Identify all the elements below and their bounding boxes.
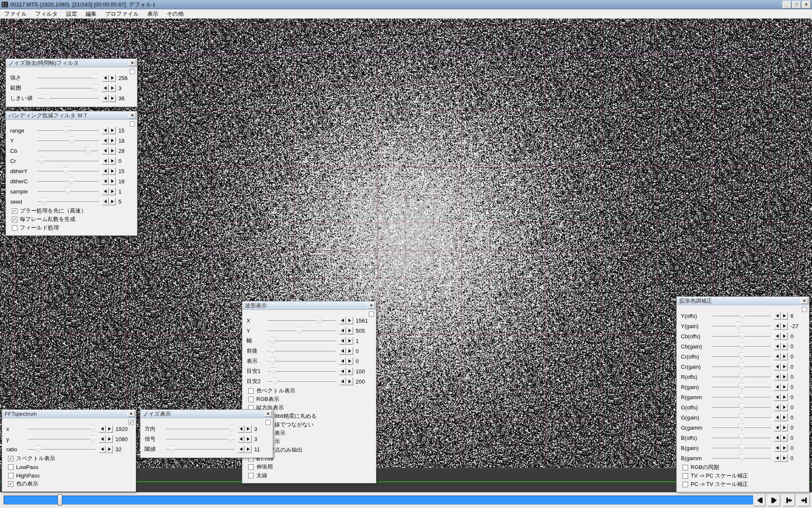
spin-right-button[interactable]: [109, 94, 116, 102]
spin-left-button[interactable]: [774, 373, 781, 381]
slider-thumb[interactable]: [69, 137, 74, 144]
spin-left-button[interactable]: [774, 424, 781, 431]
spin-right-button[interactable]: [781, 353, 788, 360]
slider-track[interactable]: [166, 425, 234, 433]
slider-track[interactable]: [37, 157, 99, 165]
slider-thumb[interactable]: [739, 343, 744, 350]
spin-left-button[interactable]: [339, 378, 346, 385]
filter-enable-checkbox[interactable]: [369, 312, 374, 317]
slider-thumb[interactable]: [739, 434, 744, 442]
dialog-titlebar[interactable]: 拡張色調補正 ×: [677, 297, 809, 305]
slider-thumb[interactable]: [739, 424, 744, 431]
slider-thumb[interactable]: [90, 425, 96, 433]
spin-right-button[interactable]: [781, 322, 788, 330]
spin-right-button[interactable]: [781, 332, 788, 340]
spin-left-button[interactable]: [99, 435, 106, 443]
filter-enable-checkbox[interactable]: [130, 69, 135, 74]
spin-left-button[interactable]: [339, 357, 346, 365]
spin-right-button[interactable]: [781, 312, 788, 320]
slider-thumb[interactable]: [90, 436, 96, 443]
close-icon[interactable]: ×: [801, 298, 808, 304]
spin-left-button[interactable]: [238, 425, 244, 433]
slider-thumb[interactable]: [269, 348, 275, 355]
spin-left-button[interactable]: [339, 327, 346, 334]
spin-right-button[interactable]: [109, 167, 116, 175]
checkbox[interactable]: [248, 397, 254, 402]
spin-left-button[interactable]: [774, 393, 781, 401]
slider-track[interactable]: [712, 434, 771, 442]
spin-left-button[interactable]: [774, 383, 781, 391]
slider-thumb[interactable]: [296, 327, 302, 334]
slider-track[interactable]: [268, 347, 336, 355]
spin-left-button[interactable]: [238, 445, 244, 453]
slider-thumb[interactable]: [93, 85, 99, 92]
spin-left-button[interactable]: [774, 353, 781, 360]
checkbox[interactable]: [248, 464, 254, 470]
maximize-icon[interactable]: □: [792, 1, 801, 8]
spin-right-button[interactable]: [781, 414, 788, 421]
slider-thumb[interactable]: [739, 444, 744, 452]
slider-thumb[interactable]: [739, 373, 744, 381]
slider-track[interactable]: [268, 357, 336, 365]
slider-thumb[interactable]: [272, 378, 277, 385]
slider-track[interactable]: [712, 414, 771, 422]
spin-right-button[interactable]: [781, 424, 788, 431]
slider-thumb[interactable]: [69, 178, 74, 185]
spin-right-button[interactable]: [109, 127, 116, 134]
spin-left-button[interactable]: [102, 198, 109, 205]
spin-left-button[interactable]: [339, 347, 346, 355]
slider-thumb[interactable]: [739, 333, 744, 340]
slider-thumb[interactable]: [36, 446, 41, 453]
window-titlebar[interactable]: 00117.MTS (1920,1080) [21/243] [00:00:00…: [0, 0, 812, 9]
slider-thumb[interactable]: [45, 95, 50, 102]
slider-track[interactable]: [37, 198, 99, 206]
filter-enable-checkbox[interactable]: [802, 307, 807, 312]
slider-thumb[interactable]: [269, 337, 275, 345]
spin-left-button[interactable]: [774, 342, 781, 350]
spin-left-button[interactable]: [339, 317, 346, 324]
slider-track[interactable]: [37, 84, 99, 92]
slider-thumb[interactable]: [739, 404, 744, 411]
spin-left-button[interactable]: [774, 312, 781, 320]
filter-enable-checkbox[interactable]: ✓: [129, 420, 134, 425]
slider-track[interactable]: [712, 342, 771, 351]
spin-right-button[interactable]: [346, 337, 353, 345]
menu-edit[interactable]: 編集: [81, 9, 101, 18]
spin-left-button[interactable]: [774, 363, 781, 370]
spin-right-button[interactable]: [109, 84, 116, 92]
seek-thumb[interactable]: [58, 494, 62, 505]
spin-left-button[interactable]: [339, 367, 346, 375]
checkbox[interactable]: [683, 473, 688, 479]
slider-track[interactable]: [712, 322, 771, 330]
slider-track[interactable]: [712, 373, 771, 381]
checkbox[interactable]: [683, 465, 688, 470]
slider-thumb[interactable]: [739, 384, 744, 391]
spin-left-button[interactable]: [102, 94, 109, 102]
spin-right-button[interactable]: [109, 157, 116, 165]
slider-thumb[interactable]: [739, 455, 744, 462]
checkbox[interactable]: ✓: [8, 456, 14, 461]
spin-right-button[interactable]: [346, 367, 353, 375]
spin-left-button[interactable]: [774, 444, 781, 452]
checkbox[interactable]: [8, 473, 14, 478]
slider-track[interactable]: [37, 74, 99, 82]
spin-left-button[interactable]: [102, 147, 109, 155]
dialog-titlebar[interactable]: 波形表示 ×: [242, 301, 376, 310]
slider-thumb[interactable]: [85, 147, 91, 155]
spin-left-button[interactable]: [102, 74, 109, 82]
spin-left-button[interactable]: [102, 157, 109, 165]
menu-settings[interactable]: 設定: [62, 9, 81, 18]
slider-thumb[interactable]: [63, 127, 69, 134]
slider-track[interactable]: [166, 445, 234, 453]
slider-track[interactable]: [37, 147, 99, 155]
slider-track[interactable]: [712, 363, 771, 371]
spin-right-button[interactable]: [109, 137, 116, 144]
checkbox[interactable]: [248, 388, 254, 394]
slider-track[interactable]: [37, 127, 99, 135]
slider-track[interactable]: [712, 383, 771, 391]
spin-left-button[interactable]: [102, 188, 109, 195]
slider-track[interactable]: [37, 137, 99, 145]
slider-track[interactable]: [712, 393, 771, 401]
slider-track[interactable]: [268, 337, 336, 345]
spin-right-button[interactable]: [346, 317, 353, 324]
